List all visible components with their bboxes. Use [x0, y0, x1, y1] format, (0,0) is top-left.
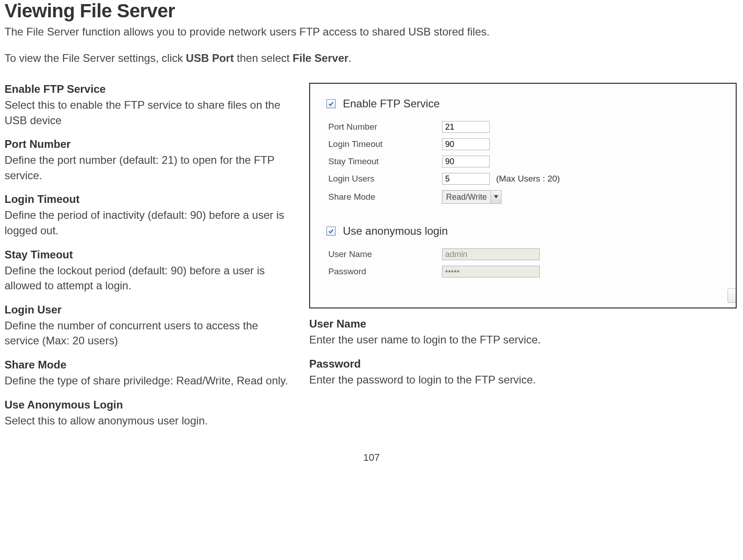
- item-use-anon: Use Anonymous Login Select this to allow…: [5, 399, 296, 429]
- item-user-name: User Name Enter the user name to login t…: [309, 318, 738, 348]
- item-title: Password: [309, 358, 738, 370]
- use-anon-checkbox-row: Use anonymous login: [326, 225, 719, 237]
- item-title: Use Anonymous Login: [5, 399, 296, 411]
- howto-bold1: USB Port: [186, 52, 234, 64]
- share-mode-value: Read/Write: [442, 192, 491, 202]
- document-page: Viewing File Server The File Server func…: [0, 0, 743, 464]
- share-mode-select[interactable]: Read/Write: [442, 190, 502, 204]
- enable-ftp-checkbox-row: Enable FTP Service: [326, 97, 719, 110]
- svg-marker-0: [494, 195, 498, 198]
- item-desc: Define the number of concurrent users to…: [5, 318, 296, 348]
- item-login-timeout: Login Timeout Define the period of inact…: [5, 193, 296, 238]
- howto-text: To view the File Server settings, click …: [5, 52, 738, 65]
- row-user-name: User Name: [326, 246, 719, 263]
- page-number: 107: [5, 452, 738, 464]
- row-login-timeout: Login Timeout: [326, 136, 719, 153]
- item-enable-ftp: Enable FTP Service Select this to enable…: [5, 83, 296, 128]
- item-port-number: Port Number Define the port number (defa…: [5, 138, 296, 183]
- login-timeout-label: Login Timeout: [326, 139, 442, 149]
- section-gap: [326, 207, 719, 225]
- howto-mid: then select: [234, 52, 292, 64]
- item-desc: Select this to enable the FTP service to…: [5, 97, 296, 128]
- item-desc: Define the type of share priviledge: Rea…: [5, 373, 296, 388]
- user-name-label: User Name: [326, 249, 442, 259]
- item-desc: Define the lockout period (default: 90) …: [5, 263, 296, 293]
- check-icon: [328, 228, 334, 234]
- enable-ftp-checkbox[interactable]: [326, 99, 336, 108]
- item-login-user: Login User Define the number of concurre…: [5, 303, 296, 348]
- item-desc: Enter the password to login to the FTP s…: [309, 372, 738, 388]
- port-number-input[interactable]: [442, 121, 490, 133]
- login-timeout-input[interactable]: [442, 138, 490, 150]
- share-mode-label: Share Mode: [326, 192, 442, 202]
- password-input[interactable]: [442, 266, 540, 277]
- intro-text: The File Server function allows you to p…: [5, 25, 738, 38]
- item-title: Port Number: [5, 138, 296, 151]
- login-users-note: (Max Users : 20): [496, 174, 560, 184]
- scrollbar-stub[interactable]: [728, 288, 737, 303]
- chevron-down-icon: [494, 195, 498, 199]
- user-name-input[interactable]: [442, 248, 540, 260]
- use-anon-checkbox[interactable]: [326, 227, 336, 236]
- password-label: Password: [326, 267, 442, 277]
- item-title: Enable FTP Service: [5, 83, 296, 96]
- howto-suffix: .: [348, 52, 351, 64]
- login-users-label: Login Users: [326, 174, 442, 184]
- item-title: Login User: [5, 303, 296, 316]
- page-title: Viewing File Server: [5, 0, 738, 22]
- row-password: Password: [326, 263, 719, 280]
- row-share-mode: Share Mode Read/Write: [326, 187, 719, 207]
- right-below: User Name Enter the user name to login t…: [309, 318, 738, 397]
- item-desc: Define the period of inactivity (default…: [5, 207, 296, 238]
- row-login-users: Login Users (Max Users : 20): [326, 170, 719, 187]
- dropdown-button[interactable]: [491, 191, 501, 203]
- login-users-input[interactable]: [442, 173, 490, 185]
- item-desc: Define the port number (default: 21) to …: [5, 152, 296, 183]
- item-title: User Name: [309, 318, 738, 330]
- item-title: Login Timeout: [5, 193, 296, 206]
- item-title: Stay Timeout: [5, 248, 296, 261]
- stay-timeout-input[interactable]: [442, 156, 490, 167]
- howto-prefix: To view the File Server settings, click: [5, 52, 186, 64]
- stay-timeout-label: Stay Timeout: [326, 156, 442, 166]
- columns: Enable FTP Service Select this to enable…: [5, 83, 738, 438]
- left-column: Enable FTP Service Select this to enable…: [5, 83, 296, 438]
- item-title: Share Mode: [5, 358, 296, 371]
- item-share-mode: Share Mode Define the type of share priv…: [5, 358, 296, 388]
- use-anon-label: Use anonymous login: [343, 225, 448, 237]
- item-desc: Enter the user name to login to the FTP …: [309, 332, 738, 348]
- item-password: Password Enter the password to login to …: [309, 358, 738, 388]
- port-number-label: Port Number: [326, 122, 442, 132]
- enable-ftp-label: Enable FTP Service: [343, 97, 440, 110]
- row-port-number: Port Number: [326, 118, 719, 136]
- item-desc: Select this to allow anonymous user logi…: [5, 413, 296, 429]
- howto-bold2: File Server: [293, 52, 349, 64]
- right-column: Enable FTP Service Port Number Login Tim…: [309, 83, 738, 397]
- item-stay-timeout: Stay Timeout Define the lockout period (…: [5, 248, 296, 293]
- check-icon: [328, 101, 334, 106]
- screenshot-panel: Enable FTP Service Port Number Login Tim…: [309, 83, 737, 308]
- row-stay-timeout: Stay Timeout: [326, 153, 719, 170]
